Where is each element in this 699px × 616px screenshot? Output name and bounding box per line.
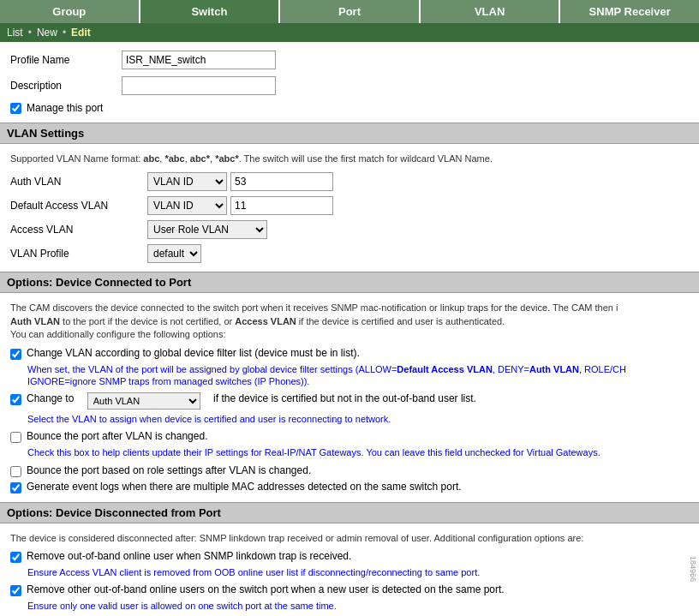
top-nav: Group Switch Port VLAN SNMP Receiver [0, 0, 699, 23]
options-disconnected-desc: The device is considered disconnected af… [10, 532, 689, 545]
breadcrumb-edit: Edit [71, 27, 91, 39]
options-connected-desc: The CAM discovers the device connected t… [10, 302, 689, 341]
opt-bounce-port-note: Check this box to help clients update th… [27, 446, 689, 458]
auth-vlan-value-input[interactable] [230, 172, 333, 191]
opt-change-vlan-filter: Change VLAN according to global device f… [10, 347, 689, 360]
opt-change-vlan-filter-checkbox[interactable] [10, 349, 21, 360]
auth-vlan-label: Auth VLAN [10, 176, 147, 188]
auth-vlan-type-select[interactable]: VLAN ID VLAN Name [147, 172, 227, 191]
description-label: Description [10, 80, 122, 92]
access-vlan-row: Access VLAN User Role VLAN VLAN ID VLAN … [10, 220, 689, 239]
opt-change-to-select[interactable]: Auth VLAN Default Access VLAN [87, 392, 200, 410]
description-row: Description [10, 76, 689, 95]
opt-change-to-label-pre: Change to [27, 392, 74, 404]
profile-name-input[interactable] [122, 51, 276, 69]
opt-remove-oob-linkdown-label: Remove out-of-band online user when SNMP… [27, 550, 351, 562]
breadcrumb-list[interactable]: List [7, 27, 23, 39]
main-content: Profile Name Description Manage this por… [0, 42, 699, 616]
opt-change-to-authvlan: Change to Auth VLAN Default Access VLAN … [10, 392, 689, 410]
opt-remove-other-oob-label: Remove other out-of-band online users on… [27, 583, 505, 595]
opt-remove-other-oob: Remove other out-of-band online users on… [10, 583, 689, 596]
breadcrumb-sep2: • [63, 27, 66, 39]
opt-bounce-port: Bounce the port after VLAN is changed. [10, 430, 689, 443]
opt-change-to-label-post: if the device is certified but not in th… [213, 392, 476, 404]
opt-bounce-role-label: Bounce the port based on role settings a… [27, 464, 311, 476]
tab-vlan[interactable]: VLAN [421, 0, 561, 23]
opt-event-logs-checkbox[interactable] [10, 482, 21, 493]
vlan-profile-select[interactable]: default [147, 244, 201, 263]
opt-bounce-port-checkbox[interactable] [10, 432, 21, 443]
description-input[interactable] [122, 76, 276, 95]
opt-change-to-note: Select the VLAN to assign when device is… [27, 413, 689, 425]
opt-event-logs: Generate event logs when there are multi… [10, 481, 689, 493]
breadcrumb-sep1: • [28, 27, 32, 39]
opt-bounce-role-checkbox[interactable] [10, 466, 21, 477]
opt-remove-oob-linkdown-checkbox[interactable] [10, 552, 21, 563]
vlan-settings-note: Supported VLAN Name format: abc, *abc, a… [10, 153, 689, 165]
tab-group[interactable]: Group [0, 0, 140, 23]
manage-port-row: Manage this port [10, 102, 689, 114]
opt-remove-other-oob-checkbox[interactable] [10, 585, 21, 596]
default-access-vlan-row: Default Access VLAN VLAN ID VLAN Name [10, 196, 689, 215]
opt-change-vlan-filter-label: Change VLAN according to global device f… [27, 347, 360, 359]
breadcrumb-new[interactable]: New [37, 27, 57, 39]
watermark: 184966 [689, 556, 697, 582]
options-connected-header: Options: Device Connected to Port [0, 272, 699, 293]
profile-name-row: Profile Name [10, 51, 689, 69]
opt-change-vlan-filter-note: When set, the VLAN of the port will be a… [27, 363, 689, 388]
access-vlan-type-select[interactable]: User Role VLAN VLAN ID VLAN Name [147, 220, 267, 239]
vlan-profile-row: VLAN Profile default [10, 244, 689, 263]
default-access-vlan-label: Default Access VLAN [10, 200, 147, 212]
opt-bounce-port-label: Bounce the port after VLAN is changed. [27, 430, 207, 442]
opt-change-to-authvlan-checkbox[interactable] [10, 394, 21, 405]
vlan-profile-label: VLAN Profile [10, 248, 147, 260]
tab-port[interactable]: Port [280, 0, 421, 23]
manage-port-label: Manage this port [27, 102, 103, 114]
tab-snmp-receiver[interactable]: SNMP Receiver [560, 0, 699, 23]
breadcrumb: List • New • Edit [0, 23, 699, 42]
default-access-type-select[interactable]: VLAN ID VLAN Name [147, 196, 227, 215]
tab-switch[interactable]: Switch [140, 0, 281, 23]
opt-remove-oob-linkdown: Remove out-of-band online user when SNMP… [10, 550, 689, 563]
profile-name-label: Profile Name [10, 54, 122, 66]
opt-event-logs-label: Generate event logs when there are multi… [27, 481, 462, 493]
auth-vlan-row: Auth VLAN VLAN ID VLAN Name [10, 172, 689, 191]
options-disconnected-header: Options: Device Disconnected from Port [0, 502, 699, 523]
vlan-settings-header: VLAN Settings [0, 123, 699, 144]
manage-port-checkbox[interactable] [10, 103, 21, 114]
default-access-value-input[interactable] [230, 196, 333, 215]
opt-remove-other-oob-note: Ensure only one valid user is allowed on… [27, 600, 689, 612]
opt-remove-oob-linkdown-note: Ensure Access VLAN client is removed fro… [27, 566, 689, 578]
opt-bounce-role: Bounce the port based on role settings a… [10, 464, 689, 477]
access-vlan-label: Access VLAN [10, 224, 147, 236]
